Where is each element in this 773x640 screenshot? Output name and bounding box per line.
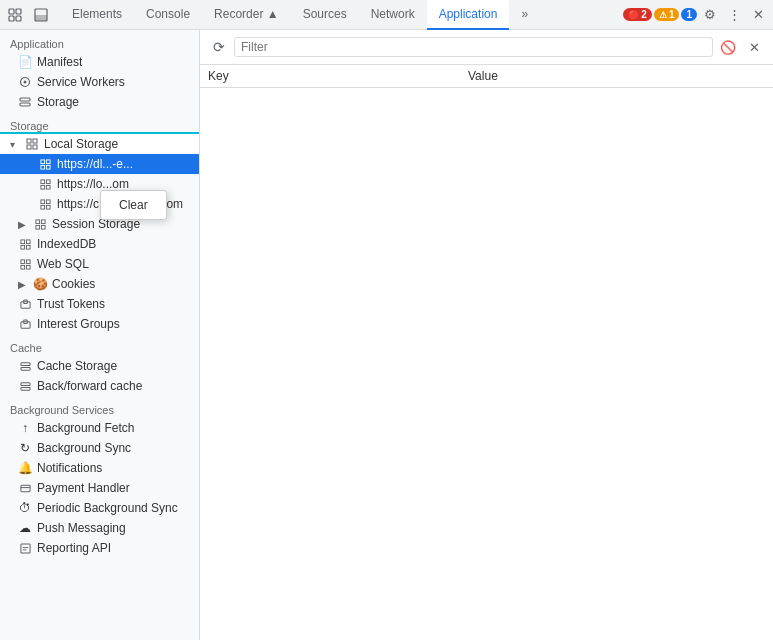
indexeddb-icon	[18, 239, 32, 250]
filter-close-button[interactable]: ✕	[743, 36, 765, 58]
ls-child-1-icon	[38, 159, 52, 170]
svg-rect-22	[40, 199, 44, 203]
sidebar-item-reporting-api[interactable]: Reporting API	[0, 538, 199, 558]
svg-rect-13	[33, 145, 37, 149]
svg-rect-8	[20, 98, 30, 101]
settings-button[interactable]: ⚙	[699, 4, 721, 26]
svg-point-7	[24, 81, 27, 84]
backforward-cache-icon	[18, 381, 32, 392]
col-header-value: Value	[460, 65, 773, 88]
svg-rect-14	[40, 159, 44, 163]
section-background-services: Background Services	[0, 396, 199, 418]
svg-rect-1	[16, 9, 21, 14]
svg-rect-23	[46, 199, 50, 203]
manifest-icon: 📄	[18, 55, 32, 69]
interest-groups-icon	[18, 319, 32, 330]
push-messaging-icon: ☁	[18, 521, 32, 535]
dock-icon[interactable]	[30, 4, 52, 26]
sidebar-item-storage[interactable]: Storage	[0, 92, 199, 112]
session-storage-arrow: ▶	[18, 219, 28, 230]
svg-rect-31	[26, 239, 30, 243]
window-controls	[4, 4, 52, 26]
warning-badge-1[interactable]: ⚠ 1	[654, 8, 680, 21]
svg-rect-10	[27, 139, 31, 143]
svg-rect-11	[33, 139, 37, 143]
sidebar-item-local-storage[interactable]: ▾ Local Storage	[0, 134, 199, 154]
reporting-api-icon	[18, 543, 32, 554]
trust-tokens-icon	[18, 299, 32, 310]
tab-more[interactable]: »	[509, 0, 540, 30]
sidebar-item-service-workers[interactable]: Service Workers	[0, 72, 199, 92]
svg-rect-17	[46, 165, 50, 169]
sidebar-item-manifest[interactable]: 📄 Manifest	[0, 52, 199, 72]
cookies-arrow: ▶	[18, 279, 28, 290]
sidebar-item-trust-tokens[interactable]: Trust Tokens	[0, 294, 199, 314]
service-workers-icon	[18, 76, 32, 88]
svg-rect-29	[41, 225, 45, 229]
svg-rect-48	[20, 543, 29, 552]
devtools-icon[interactable]	[4, 4, 26, 26]
svg-rect-45	[20, 387, 29, 390]
refresh-button[interactable]: ⟳	[208, 36, 230, 58]
tab-bar-right: 🔴 2 ⚠ 1 1 ⚙ ⋮ ✕	[623, 4, 769, 26]
sidebar-item-notifications[interactable]: 🔔 Notifications	[0, 458, 199, 478]
clear-menu-item[interactable]: Clear	[101, 193, 166, 217]
sidebar-item-indexeddb[interactable]: IndexedDB	[0, 234, 199, 254]
sidebar-item-cache-storage[interactable]: Cache Storage	[0, 356, 199, 376]
svg-rect-21	[46, 185, 50, 189]
section-application: Application	[0, 30, 199, 52]
local-storage-arrow: ▾	[10, 139, 20, 150]
svg-rect-36	[20, 265, 24, 269]
sidebar-item-background-sync[interactable]: ↻ Background Sync	[0, 438, 199, 458]
svg-rect-0	[9, 9, 14, 14]
tab-sources[interactable]: Sources	[291, 0, 359, 30]
sidebar-item-background-fetch[interactable]: ↑ Background Fetch	[0, 418, 199, 438]
sidebar-item-backforward-cache[interactable]: Back/forward cache	[0, 376, 199, 396]
svg-rect-42	[20, 362, 29, 365]
sidebar-item-interest-groups[interactable]: Interest Groups	[0, 314, 199, 334]
sidebar-item-push-messaging[interactable]: ☁ Push Messaging	[0, 518, 199, 538]
context-menu: Clear	[100, 190, 167, 220]
svg-rect-12	[27, 145, 31, 149]
local-storage-icon	[25, 138, 39, 150]
sidebar-item-periodic-bg-sync[interactable]: ⏱ Periodic Background Sync	[0, 498, 199, 518]
svg-rect-26	[35, 219, 39, 223]
filter-input[interactable]	[234, 37, 713, 57]
background-fetch-icon: ↑	[18, 421, 32, 435]
tab-application[interactable]: Application	[427, 0, 510, 30]
tab-bar: Elements Console Recorder ▲ Sources Netw…	[0, 0, 773, 30]
svg-rect-34	[20, 259, 24, 263]
svg-rect-25	[46, 205, 50, 209]
svg-rect-9	[20, 103, 30, 106]
ls-child-3-icon	[38, 199, 52, 210]
sidebar-item-ls-child-1[interactable]: https://dl...-e...	[0, 154, 199, 174]
svg-rect-16	[40, 165, 44, 169]
svg-rect-27	[41, 219, 45, 223]
more-button[interactable]: ⋮	[723, 4, 745, 26]
tab-elements[interactable]: Elements	[60, 0, 134, 30]
content-area: ⟳ 🚫 ✕ Key Value	[200, 30, 773, 640]
sidebar-item-payment-handler[interactable]: Payment Handler	[0, 478, 199, 498]
info-badge[interactable]: 1	[681, 8, 697, 21]
sidebar-item-web-sql[interactable]: Web SQL	[0, 254, 199, 274]
error-badge[interactable]: 🔴 2	[623, 8, 652, 21]
filter-clear-button[interactable]: 🚫	[717, 36, 739, 58]
svg-rect-35	[26, 259, 30, 263]
periodic-bg-sync-icon: ⏱	[18, 501, 32, 515]
sidebar-item-cookies[interactable]: ▶ 🍪 Cookies	[0, 274, 199, 294]
tab-console[interactable]: Console	[134, 0, 202, 30]
tab-recorder[interactable]: Recorder ▲	[202, 0, 291, 30]
svg-rect-37	[26, 265, 30, 269]
main-layout: Application 📄 Manifest Service Workers	[0, 30, 773, 640]
close-button[interactable]: ✕	[747, 4, 769, 26]
payment-handler-icon	[18, 483, 32, 494]
svg-rect-43	[20, 367, 29, 370]
svg-rect-2	[9, 16, 14, 21]
cookies-icon: 🍪	[33, 277, 47, 291]
col-header-key: Key	[200, 65, 460, 88]
session-storage-icon	[33, 219, 47, 230]
notifications-icon: 🔔	[18, 461, 32, 475]
cache-storage-icon	[18, 361, 32, 372]
tab-network[interactable]: Network	[359, 0, 427, 30]
sidebar: Application 📄 Manifest Service Workers	[0, 30, 200, 640]
